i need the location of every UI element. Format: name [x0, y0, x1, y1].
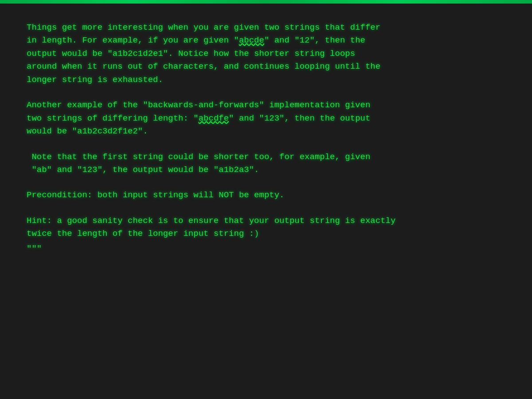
- paragraph-1: Things get more interesting when you are…: [27, 21, 505, 86]
- p5-text: Hint: a good sanity check is to ensure t…: [27, 216, 505, 255]
- p1-text: Things get more interesting when you are…: [27, 23, 380, 85]
- p4-text: Precondition: both input strings will NO…: [27, 190, 285, 200]
- triple-quote: """: [27, 243, 505, 255]
- p2-text: Another example of the "backwards-and-fo…: [27, 100, 370, 136]
- content-area: Things get more interesting when you are…: [27, 21, 505, 255]
- paragraph-4: Precondition: both input strings will NO…: [27, 189, 505, 202]
- paragraph-3: Note that the first string could be shor…: [27, 151, 505, 177]
- paragraph-5: Hint: a good sanity check is to ensure t…: [27, 215, 505, 255]
- paragraph-2: Another example of the "backwards-and-fo…: [27, 99, 505, 138]
- top-bar: [0, 0, 532, 4]
- screen: Things get more interesting when you are…: [0, 4, 532, 399]
- p3-text: Note that the first string could be shor…: [27, 152, 370, 175]
